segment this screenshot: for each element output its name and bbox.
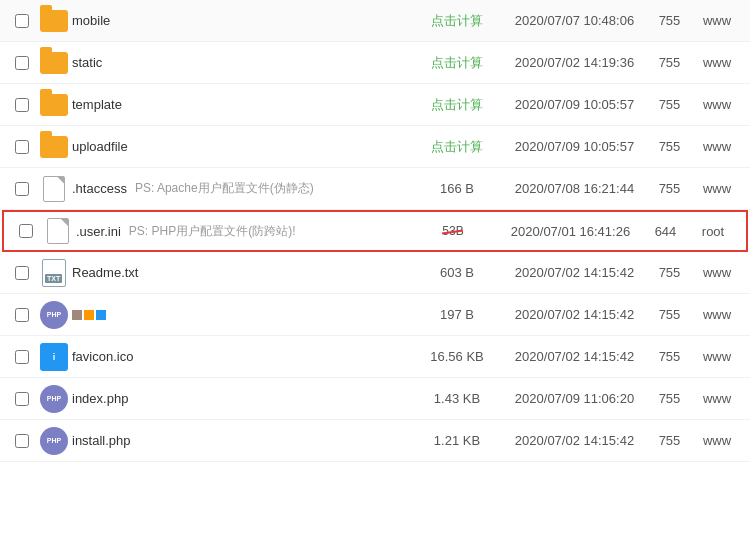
file-size-cell: 16.56 KB xyxy=(412,349,502,364)
file-date: 2020/07/02 14:15:42 xyxy=(502,433,647,448)
file-owner: www xyxy=(692,391,742,406)
table-row: PHP197 B2020/07/02 14:15:42755www xyxy=(0,294,750,336)
file-name-cell: .user.iniPS: PHP用户配置文件(防跨站)! xyxy=(76,223,408,240)
file-name-text[interactable]: uploadfile xyxy=(72,139,128,154)
row-checkbox[interactable] xyxy=(15,392,29,406)
file-date: 2020/07/07 10:48:06 xyxy=(502,13,647,28)
table-row: static点击计算2020/07/02 14:19:36755www xyxy=(0,42,750,84)
calculate-size-link[interactable]: 点击计算 xyxy=(431,97,483,112)
file-date: 2020/07/09 10:05:57 xyxy=(502,139,647,154)
file-name-text[interactable]: install.php xyxy=(72,433,131,448)
file-owner: www xyxy=(692,181,742,196)
file-name-text[interactable]: index.php xyxy=(72,391,128,406)
file-permissions[interactable]: 644 xyxy=(643,224,688,239)
row-checkbox[interactable] xyxy=(15,266,29,280)
file-size-cell[interactable]: 点击计算 xyxy=(412,54,502,72)
table-row: .htaccessPS: Apache用户配置文件(伪静态)166 B2020/… xyxy=(0,168,750,210)
file-permissions[interactable]: 755 xyxy=(647,55,692,70)
file-size-text: 603 B xyxy=(440,265,474,280)
file-permissions[interactable]: 755 xyxy=(647,181,692,196)
file-permissions[interactable]: 755 xyxy=(647,265,692,280)
row-checkbox[interactable] xyxy=(15,98,29,112)
color-indicator xyxy=(72,310,106,320)
file-size-cell: 197 B xyxy=(412,307,502,322)
file-date: 2020/07/02 14:15:42 xyxy=(502,307,647,322)
crossed-size: 53B xyxy=(408,224,498,238)
file-size-text: 1.21 KB xyxy=(434,433,480,448)
file-name-cell xyxy=(72,310,412,320)
file-permissions[interactable]: 755 xyxy=(647,139,692,154)
file-owner: www xyxy=(692,265,742,280)
row-checkbox[interactable] xyxy=(15,434,29,448)
table-row: TXTReadme.txt603 B2020/07/02 14:15:42755… xyxy=(0,252,750,294)
row-checkbox[interactable] xyxy=(15,14,29,28)
file-name-cell: .htaccessPS: Apache用户配置文件(伪静态) xyxy=(72,180,412,197)
file-type-icon: i xyxy=(36,343,72,371)
table-row: ifavicon.ico16.56 KB2020/07/02 14:15:427… xyxy=(0,336,750,378)
file-size-cell: 603 B xyxy=(412,265,502,280)
file-permissions[interactable]: 755 xyxy=(647,391,692,406)
file-size-text: 166 B xyxy=(440,181,474,196)
file-type-icon: PHP xyxy=(36,385,72,413)
file-description: PS: Apache用户配置文件(伪静态) xyxy=(135,180,314,197)
file-owner: www xyxy=(692,349,742,364)
table-row: .user.iniPS: PHP用户配置文件(防跨站)!53B2020/07/0… xyxy=(2,210,748,252)
file-owner: root xyxy=(688,224,738,239)
table-row: mobile点击计算2020/07/07 10:48:06755www xyxy=(0,0,750,42)
file-size-text: 16.56 KB xyxy=(430,349,484,364)
file-size-cell: 166 B xyxy=(412,181,502,196)
file-type-icon: PHP xyxy=(36,427,72,455)
file-owner: www xyxy=(692,433,742,448)
calculate-size-link[interactable]: 点击计算 xyxy=(431,55,483,70)
file-owner: www xyxy=(692,55,742,70)
calculate-size-link[interactable]: 点击计算 xyxy=(431,139,483,154)
crossed-size-text: 53B xyxy=(442,224,463,238)
table-row: template点击计算2020/07/09 10:05:57755www xyxy=(0,84,750,126)
file-type-icon xyxy=(36,176,72,202)
file-size-cell: 1.21 KB xyxy=(412,433,502,448)
file-type-icon xyxy=(36,136,72,158)
file-type-icon xyxy=(36,94,72,116)
file-size-cell[interactable]: 点击计算 xyxy=(412,96,502,114)
file-name-cell: mobile xyxy=(72,13,412,28)
file-date: 2020/07/01 16:41:26 xyxy=(498,224,643,239)
file-name-text[interactable]: mobile xyxy=(72,13,110,28)
file-name-text[interactable]: .user.ini xyxy=(76,224,121,239)
table-row: PHPinstall.php1.21 KB2020/07/02 14:15:42… xyxy=(0,420,750,462)
row-checkbox[interactable] xyxy=(19,224,33,238)
file-name-text[interactable]: Readme.txt xyxy=(72,265,138,280)
table-row: uploadfile点击计算2020/07/09 10:05:57755www xyxy=(0,126,750,168)
file-permissions[interactable]: 755 xyxy=(647,433,692,448)
calculate-size-link[interactable]: 点击计算 xyxy=(431,13,483,28)
file-date: 2020/07/02 14:19:36 xyxy=(502,55,647,70)
file-owner: www xyxy=(692,139,742,154)
table-row: PHPindex.php1.43 KB2020/07/09 11:06:2075… xyxy=(0,378,750,420)
row-checkbox[interactable] xyxy=(15,140,29,154)
file-size-text: 197 B xyxy=(440,307,474,322)
file-name-text[interactable]: .htaccess xyxy=(72,181,127,196)
file-name-text[interactable]: favicon.ico xyxy=(72,349,133,364)
row-checkbox[interactable] xyxy=(15,350,29,364)
file-name-cell: Readme.txt xyxy=(72,265,412,280)
file-name-cell: install.php xyxy=(72,433,412,448)
file-permissions[interactable]: 755 xyxy=(647,97,692,112)
file-name-cell: static xyxy=(72,55,412,70)
file-name-cell: uploadfile xyxy=(72,139,412,154)
file-permissions[interactable]: 755 xyxy=(647,349,692,364)
file-type-icon xyxy=(36,52,72,74)
file-size-cell: 53B xyxy=(408,224,498,238)
row-checkbox[interactable] xyxy=(15,56,29,70)
file-owner: www xyxy=(692,13,742,28)
file-date: 2020/07/02 14:15:42 xyxy=(502,265,647,280)
file-permissions[interactable]: 755 xyxy=(647,307,692,322)
file-size-cell[interactable]: 点击计算 xyxy=(412,138,502,156)
file-size-text: 1.43 KB xyxy=(434,391,480,406)
file-permissions[interactable]: 755 xyxy=(647,13,692,28)
file-size-cell[interactable]: 点击计算 xyxy=(412,12,502,30)
row-checkbox[interactable] xyxy=(15,308,29,322)
file-name-cell: favicon.ico xyxy=(72,349,412,364)
file-name-text[interactable]: static xyxy=(72,55,102,70)
row-checkbox[interactable] xyxy=(15,182,29,196)
file-date: 2020/07/09 11:06:20 xyxy=(502,391,647,406)
file-name-text[interactable]: template xyxy=(72,97,122,112)
